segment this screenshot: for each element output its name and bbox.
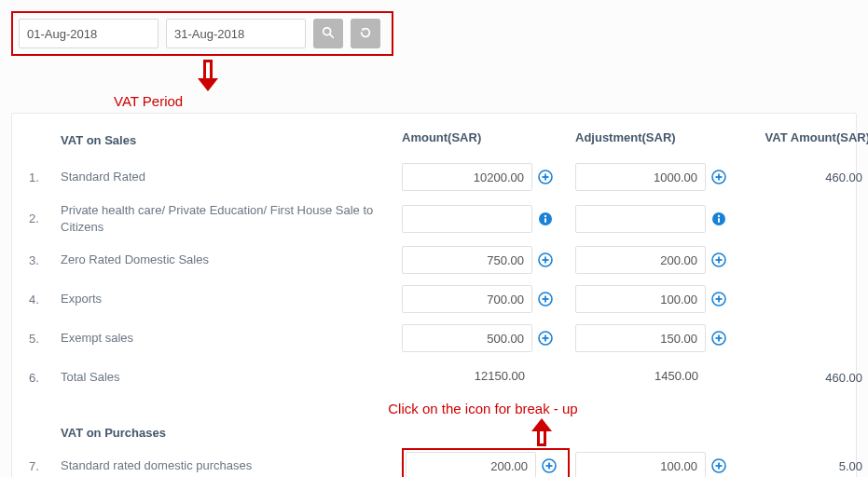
search-icon (322, 26, 335, 42)
svg-point-9 (544, 214, 546, 216)
plus-circle-icon[interactable] (711, 292, 726, 307)
amount-input[interactable] (402, 163, 532, 191)
amount-input[interactable] (402, 324, 532, 352)
date-from-input[interactable] (19, 19, 158, 48)
total-adjustment: 1450.00 (575, 363, 706, 391)
row-label-zero-rated: Zero Rated Domestic Sales (61, 246, 396, 274)
vat-amount-value: 460.00 (749, 371, 868, 385)
row-num: 7. (29, 454, 55, 477)
plus-circle-icon[interactable] (538, 252, 553, 267)
row-label-std-domestic-purchases: Standard rated domestic purchases (61, 452, 396, 477)
plus-circle-icon[interactable] (542, 458, 557, 473)
row-num: 4. (29, 287, 55, 312)
row-num: 6. (29, 365, 55, 390)
row-label-private-health: Private health care/ Private Education/ … (61, 197, 396, 240)
row-num: 1. (29, 165, 55, 190)
vat-period-arrow (198, 60, 218, 95)
breakup-annotation: Click on the icon for break - up (388, 401, 577, 416)
section-vat-on-purchases: VAT on Purchases (61, 420, 396, 445)
plus-circle-icon[interactable] (538, 170, 553, 184)
adjustment-input[interactable] (575, 452, 706, 477)
vat-amount-value: 460.00 (749, 170, 868, 184)
plus-circle-icon[interactable] (711, 170, 726, 184)
refresh-button[interactable] (351, 19, 380, 48)
info-circle-icon[interactable] (711, 211, 726, 226)
adjustment-input[interactable] (575, 205, 706, 233)
adjustment-input[interactable] (575, 163, 706, 191)
amount-input[interactable] (402, 246, 532, 274)
adjustment-input[interactable] (575, 285, 706, 313)
adjustment-input[interactable] (575, 324, 706, 352)
row-label-standard-rated: Standard Rated (61, 163, 396, 191)
plus-circle-icon[interactable] (711, 331, 726, 346)
row-num: 5. (29, 326, 55, 351)
col-header-adjustment: Adjustment(SAR) (575, 123, 743, 157)
plus-circle-icon[interactable] (538, 292, 553, 307)
breakup-arrow (531, 418, 552, 446)
col-header-amount: Amount(SAR) (402, 123, 570, 157)
plus-circle-icon[interactable] (538, 331, 553, 346)
row-num: 2. (29, 206, 55, 231)
svg-line-1 (330, 34, 334, 37)
adjustment-input[interactable] (575, 246, 706, 274)
row-label-exports: Exports (61, 285, 396, 313)
plus-circle-icon[interactable] (711, 458, 726, 473)
row-num: 3. (29, 248, 55, 273)
section-vat-on-sales: VAT on Sales (61, 128, 396, 153)
amount-input[interactable] (406, 452, 536, 477)
col-header-vat-amount: VAT Amount(SAR) (749, 123, 868, 157)
row-label-total-sales: Total Sales (61, 363, 396, 391)
refresh-icon (359, 26, 372, 42)
vat-amount-value: 5.00 (749, 459, 868, 473)
info-circle-icon[interactable] (538, 211, 553, 226)
svg-point-12 (718, 214, 720, 216)
vat-form-panel: VAT on Sales Amount(SAR) Adjustment(SAR)… (11, 113, 857, 477)
plus-circle-icon[interactable] (711, 252, 726, 267)
svg-rect-13 (718, 218, 720, 223)
row-label-exempt: Exempt sales (61, 324, 396, 352)
amount-input[interactable] (402, 205, 532, 233)
date-range-box (11, 11, 393, 56)
search-button[interactable] (313, 19, 343, 48)
date-to-input[interactable] (166, 19, 306, 48)
vat-period-annotation: VAT Period (114, 93, 857, 109)
amount-input[interactable] (402, 285, 532, 313)
total-amount: 12150.00 (402, 363, 532, 391)
svg-rect-10 (544, 218, 546, 223)
